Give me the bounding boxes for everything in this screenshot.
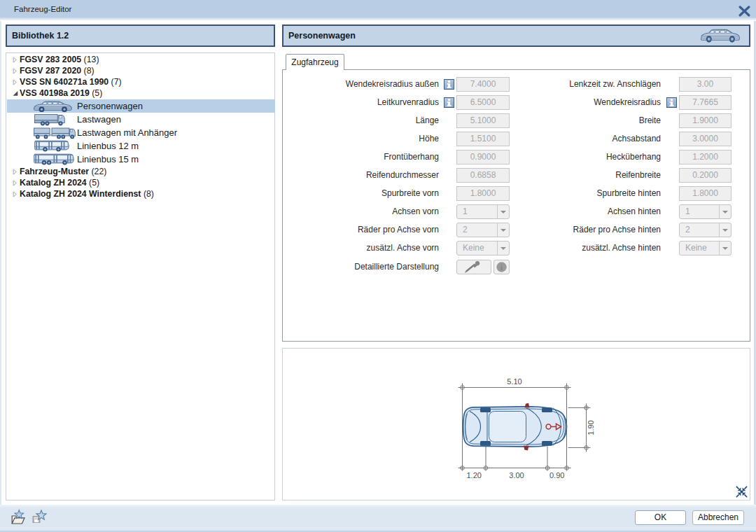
svg-text:3.00: 3.00 [509,471,524,479]
svg-text:0.90: 0.90 [550,471,564,479]
svg-text:1.20: 1.20 [466,471,481,479]
svg-text:1.90: 1.90 [587,420,595,435]
svg-text:5.10: 5.10 [507,377,522,386]
